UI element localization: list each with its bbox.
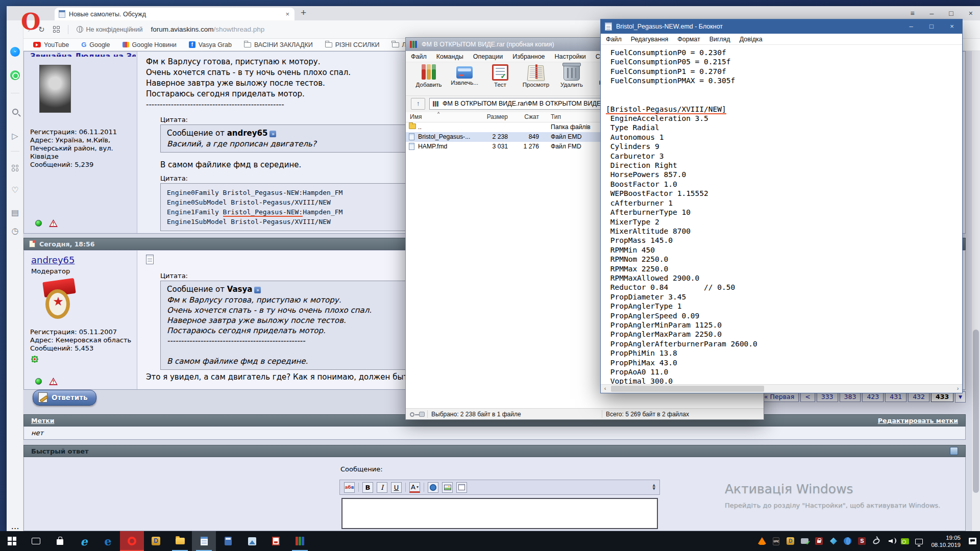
task-view-button[interactable] [24, 531, 48, 551]
microsoft-store-button[interactable] [48, 531, 72, 551]
page-scrollbar[interactable] [971, 51, 980, 531]
notepad-menu-item[interactable]: Вигляд [709, 36, 730, 43]
icq-status-icon[interactable] [31, 356, 38, 363]
message-textarea[interactable] [341, 498, 658, 529]
opera-taskbar-button[interactable] [120, 531, 144, 551]
action-center-icon[interactable] [968, 537, 977, 545]
column-type[interactable]: Тип [551, 113, 561, 120]
avast-tray-icon[interactable] [757, 537, 766, 545]
tab-close-icon[interactable]: × [284, 10, 290, 18]
messenger-icon[interactable] [7, 46, 23, 57]
post2-avatar-badge[interactable]: ★ [39, 280, 77, 323]
reply-button[interactable]: Ответить [33, 390, 96, 406]
network-tray-icon[interactable] [915, 537, 923, 545]
winrar-delete-button[interactable]: Удалить [555, 64, 589, 88]
maximize-button[interactable]: □ [949, 9, 953, 17]
winrar-menu-item[interactable]: Избранное [512, 53, 545, 60]
bookmarks-heart-icon[interactable]: ♡ [7, 185, 23, 196]
speed-dial-icon[interactable] [53, 26, 60, 33]
italic-button[interactable]: I [377, 482, 387, 493]
hscroll-thumb[interactable] [611, 386, 764, 392]
new-tab-button[interactable]: + [301, 7, 306, 18]
download-master-tray-icon[interactable]: D [786, 537, 795, 545]
site-security-badge[interactable]: Не конфіденційний [77, 26, 143, 33]
up-one-level-button[interactable]: ↑ [411, 98, 425, 110]
quick-reply-collapse-icon[interactable] [950, 447, 958, 455]
whatsapp-icon[interactable] [7, 69, 23, 81]
post1-avatar[interactable] [39, 65, 71, 113]
winrar-test-button[interactable]: Тест [483, 64, 517, 88]
edge-button[interactable]: e [96, 531, 120, 551]
notepad-menu-item[interactable]: Формат [677, 36, 700, 43]
news-icon[interactable]: ▤ [7, 207, 23, 218]
notepad-close-button[interactable]: × [942, 19, 962, 34]
view-post-icon[interactable]: » [254, 287, 261, 293]
opera-menu-button[interactable]: O [21, 10, 41, 36]
scroll-right-arrow[interactable]: › [953, 385, 962, 393]
driver-update-tray-icon[interactable] [800, 537, 809, 545]
post2-username-link[interactable]: andrey65 [31, 255, 75, 265]
winrar-add-button[interactable]: Добавить [412, 64, 446, 88]
report-post-icon[interactable]: ! [49, 219, 58, 227]
insert-image-button[interactable] [442, 482, 453, 493]
column-name[interactable]: Имя [410, 113, 422, 120]
browser-menu-icon[interactable]: ≡ [910, 9, 914, 17]
notepad-menu-item[interactable]: Файл [606, 36, 622, 43]
toolbar-resize-stepper[interactable]: ▲▼ [653, 484, 655, 491]
scroll-left-arrow[interactable]: ‹ [601, 385, 609, 393]
bookmark-folder-2[interactable]: РІЗНІ ССИЛКИ [325, 41, 380, 48]
internet-explorer-button[interactable]: e [72, 531, 96, 551]
notepad-text-area[interactable]: FuelConsumptionP0 = 0.230f FuelConsumpti… [601, 45, 962, 384]
speed-dial-sidebar-icon[interactable] [7, 162, 23, 173]
column-size[interactable]: Размер [482, 113, 508, 120]
winrar-menu-item[interactable]: Настройки [555, 53, 586, 60]
close-button[interactable]: × [969, 9, 973, 17]
winrar-taskbar-button[interactable] [288, 531, 312, 551]
search-icon[interactable] [7, 106, 23, 117]
taskbar-clock[interactable]: 19:05 08.10.2019 [929, 534, 963, 548]
winrar-menu-item[interactable]: Файл [411, 53, 427, 60]
volume-tray-icon[interactable] [886, 537, 895, 545]
browser-tab[interactable]: Новые самолеты. Обсужд × [55, 8, 295, 20]
column-packed[interactable]: Сжат [516, 113, 539, 120]
tags-header-link[interactable]: Метки [31, 417, 54, 424]
nvidia-tray-icon[interactable] [900, 537, 909, 545]
winrar-menu-item[interactable]: Операции [473, 53, 503, 60]
bookmark-google[interactable]: GGoogle [81, 41, 110, 48]
history-icon[interactable]: ◷ [7, 226, 23, 237]
winrar-view-button[interactable]: Просмотр [519, 64, 553, 88]
bookmark-vasya-grab[interactable]: fVasya Grab [189, 41, 232, 48]
bookmark-google-news[interactable]: Google Новини [122, 41, 177, 48]
font-color-button[interactable]: A▾ [409, 482, 420, 493]
photos-button[interactable] [240, 531, 264, 551]
notepad-minimize-button[interactable]: – [901, 19, 921, 34]
satellite-tray-icon[interactable] [872, 537, 880, 545]
insert-quote-button[interactable] [456, 482, 467, 493]
minimize-button[interactable]: – [930, 9, 934, 17]
calculator-button[interactable] [216, 531, 240, 551]
download-master-button[interactable]: D [144, 531, 168, 551]
view-post-icon[interactable]: » [270, 131, 276, 137]
notepad-titlebar[interactable]: Bristol_Pegasus-NEW.emd - Блокнот – □ × [601, 19, 962, 34]
globe-tray-icon[interactable] [843, 537, 852, 545]
bold-button[interactable]: B [362, 482, 373, 493]
notepad-taskbar-button[interactable] [192, 531, 216, 551]
spellcheck-button[interactable]: абв [344, 482, 355, 493]
winrar-menu-item[interactable]: Команды [436, 53, 463, 60]
underline-button[interactable]: U [391, 482, 402, 493]
edit-tags-link[interactable]: Редактировать метки [878, 417, 958, 424]
notepad-maximize-button[interactable]: □ [921, 19, 942, 34]
url-field[interactable]: forum.aviaskins.com/showthread.php [151, 26, 265, 33]
epic-games-tray-icon[interactable]: EPIC [772, 537, 780, 545]
bookmark-folder-1[interactable]: ВАСІНИ ЗАКЛАДКИ [244, 41, 313, 48]
security-guard-tray-icon[interactable] [815, 537, 823, 545]
image-viewer-button[interactable] [264, 531, 288, 551]
bookmark-youtube[interactable]: YouTube [33, 41, 69, 48]
winrar-extract-button[interactable]: Извлечь... [448, 64, 481, 86]
notepad-menu-item[interactable]: Довідка [740, 36, 763, 43]
notepad-menu-item[interactable]: Редагування [631, 36, 669, 43]
aimp-tray-icon[interactable] [829, 537, 838, 545]
report-post-icon[interactable]: ! [49, 378, 58, 385]
start-button[interactable] [0, 531, 24, 551]
insert-link-button[interactable] [428, 482, 438, 493]
